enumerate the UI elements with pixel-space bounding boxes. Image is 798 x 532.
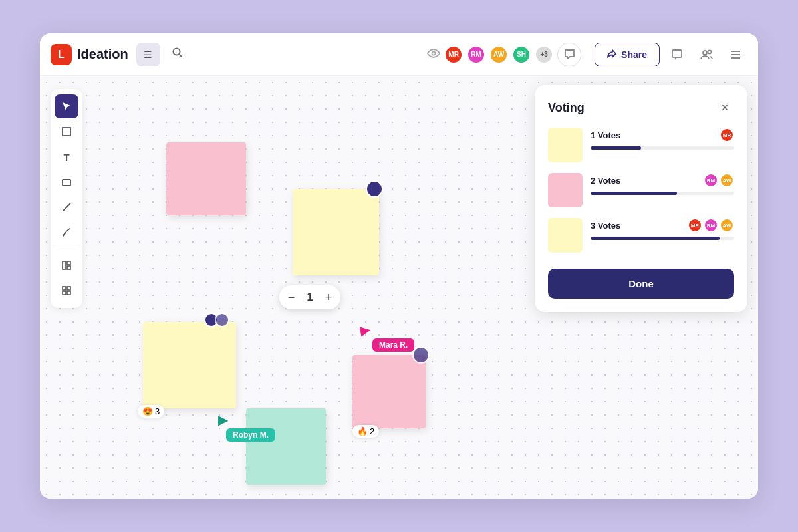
vote-item-1-info: 1 Votes MR: [591, 128, 734, 150]
svg-point-0: [173, 49, 180, 55]
sticky-note-pink-1: [166, 142, 246, 215]
search-button[interactable]: [166, 43, 190, 66]
pen-tool[interactable]: [55, 221, 78, 245]
vote-item-2-info: 2 Votes RM AW: [591, 173, 734, 195]
svg-line-11: [63, 203, 70, 211]
emoji-heart-eyes: 😍: [142, 406, 153, 416]
avatar-indicator-3: [366, 180, 383, 198]
voting-panel-header: Voting ×: [548, 98, 734, 117]
vote-item-3-top: 3 Votes MR RM AW: [591, 218, 734, 233]
share-label: Share: [621, 49, 647, 60]
emoji-reaction-badge: 😍 3: [138, 405, 164, 418]
cursor-tool[interactable]: [55, 94, 78, 118]
svg-rect-3: [672, 50, 682, 57]
vote-progress-3: [591, 237, 734, 240]
avatar-mr: MR: [444, 45, 463, 64]
frame-tool[interactable]: [55, 120, 78, 144]
share-button[interactable]: Share: [595, 43, 660, 66]
done-button[interactable]: Done: [548, 269, 734, 299]
menu-icon: ☰: [144, 49, 152, 60]
voting-panel-close-button[interactable]: ×: [716, 98, 734, 117]
vote-avatar-rm-3: RM: [704, 218, 718, 233]
sticky-note-yellow-2: [293, 189, 379, 275]
search-icon: [172, 47, 184, 62]
avatar-aw: AW: [489, 45, 508, 64]
vote-progress-bar-1: [591, 146, 641, 150]
team-button[interactable]: [694, 43, 718, 66]
vote-count-display: 1: [303, 291, 317, 303]
svg-rect-17: [63, 291, 66, 295]
sticky-avatars-1: [204, 313, 229, 327]
voting-panel-title: Voting: [548, 101, 585, 115]
vote-item-3-info: 3 Votes MR RM AW: [591, 218, 734, 240]
svg-rect-10: [63, 180, 70, 186]
fire-count: 2: [370, 426, 374, 436]
svg-rect-14: [67, 266, 70, 269]
avatar-indicator-4: [412, 346, 430, 364]
vote-avatar-mr-1: MR: [720, 128, 734, 142]
app-logo: L: [51, 44, 72, 65]
vote-item-2: 2 Votes RM AW: [548, 173, 734, 207]
vote-progress-bar-3: [591, 237, 720, 240]
vote-plus-button[interactable]: +: [317, 285, 340, 309]
cursor-arrow-mara: ▶: [359, 321, 372, 338]
text-tool[interactable]: T: [55, 145, 78, 169]
sticky-note-yellow-1: 😍 3: [143, 322, 236, 408]
vote-progress-2: [591, 192, 734, 195]
app-window: L Ideation ☰ MR RM AW S: [40, 33, 758, 499]
avatar-rm: RM: [467, 45, 485, 64]
sticky-note-pink-2: 🔥 2: [352, 355, 426, 428]
vote-item-1: 1 Votes MR: [548, 128, 734, 162]
vote-avatar-aw-3: AW: [720, 218, 734, 233]
comment-button[interactable]: [665, 43, 689, 66]
vote-item-3-avatars: MR RM AW: [688, 218, 734, 233]
vote-progress-1: [591, 146, 734, 150]
vote-item-3: 3 Votes MR RM AW: [548, 218, 734, 253]
extra-avatars-count: +3: [535, 45, 553, 64]
fire-reaction-badge: 🔥 2: [352, 425, 379, 438]
vote-avatar-aw-2: AW: [720, 173, 734, 188]
layout-tool[interactable]: [55, 253, 78, 277]
cursor-arrow-robyn: ▶: [218, 412, 228, 428]
chat-button[interactable]: [557, 43, 581, 66]
header: L Ideation ☰ MR RM AW S: [40, 33, 758, 76]
vote-progress-bar-2: [591, 192, 677, 195]
cursor-label-mara: Mara R.: [372, 338, 414, 352]
svg-rect-16: [67, 287, 70, 290]
vote-minus-button[interactable]: −: [279, 285, 303, 309]
svg-point-2: [432, 52, 436, 55]
vote-thumb-2: [548, 173, 583, 207]
vote-counter-popup: − 1 +: [279, 285, 340, 309]
vote-item-1-label: 1 Votes: [591, 130, 620, 140]
svg-rect-9: [63, 128, 70, 136]
voting-panel: Voting × 1 Votes MR: [535, 85, 747, 312]
svg-rect-15: [63, 287, 66, 290]
cursor-label-robyn: Robyn M.: [226, 428, 275, 442]
tools-sidebar: T: [51, 89, 82, 308]
emoji-count: 3: [155, 406, 160, 416]
fire-emoji: 🔥: [357, 426, 368, 436]
svg-rect-18: [67, 291, 70, 295]
vote-avatar-mr-3: MR: [688, 218, 702, 233]
collaborators-bar: MR RM AW SH +3: [427, 43, 581, 66]
vote-thumb-3: [548, 218, 583, 253]
line-tool[interactable]: [55, 196, 78, 219]
vote-item-2-top: 2 Votes RM AW: [591, 173, 734, 188]
vote-avatar-rm-2: RM: [704, 173, 718, 188]
svg-line-1: [179, 55, 182, 58]
svg-point-5: [708, 50, 712, 53]
sticky-note-teal: [246, 408, 326, 485]
list-button[interactable]: [724, 43, 747, 66]
vote-item-2-label: 2 Votes: [591, 176, 620, 186]
svg-rect-12: [63, 261, 66, 269]
grid-tool[interactable]: [55, 279, 78, 303]
avatar-indicator-2: [215, 313, 229, 327]
rectangle-tool[interactable]: [55, 170, 78, 194]
menu-button[interactable]: ☰: [136, 43, 160, 66]
share-icon: [607, 49, 617, 61]
vote-thumb-1: [548, 128, 583, 162]
canvas-area[interactable]: T: [40, 76, 758, 499]
vote-item-1-top: 1 Votes MR: [591, 128, 734, 142]
svg-rect-13: [67, 261, 70, 265]
avatar-sh: SH: [512, 45, 531, 64]
